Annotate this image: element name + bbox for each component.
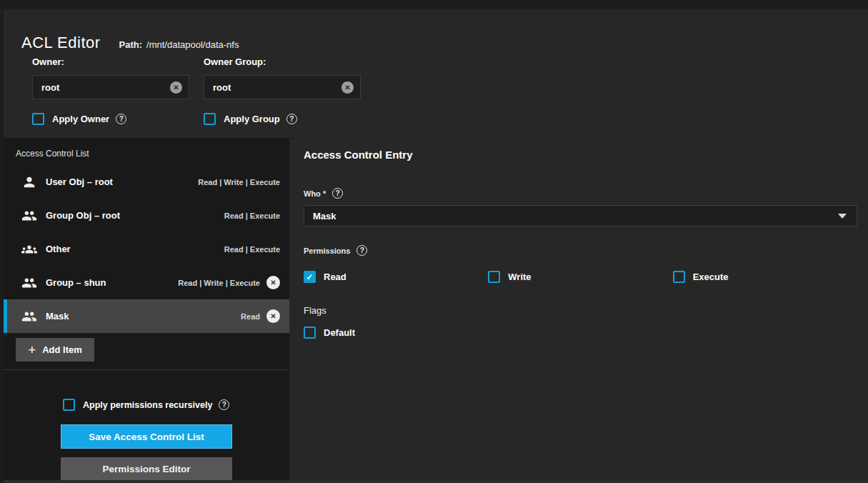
add-item-label: Add Item xyxy=(42,344,82,355)
bottom-strip xyxy=(4,480,868,483)
who-label-row: Who * ? xyxy=(304,188,857,199)
owner-group-input-value: root xyxy=(213,82,341,93)
acl-item-permissions: Read xyxy=(241,312,260,321)
acl-item-permissions: Read | Write | Execute xyxy=(198,178,280,186)
add-item-button[interactable]: + Add Item xyxy=(16,338,94,362)
execute-checkbox[interactable]: ✓ xyxy=(673,271,685,283)
apply-group-checkbox[interactable]: ✓ xyxy=(204,113,216,125)
execute-label: Execute xyxy=(693,272,729,282)
acl-list: User Obj – root Read | Write | Execute G… xyxy=(4,165,289,333)
owner-label: Owner: xyxy=(32,56,189,67)
acl-list-item[interactable]: Other Read | Execute xyxy=(4,232,289,266)
default-flag-label: Default xyxy=(324,327,355,338)
people-icon xyxy=(21,275,37,291)
owner-group-field-col: Owner Group: root ✕ ✓ Apply Group ? xyxy=(204,56,361,125)
acl-item-label: Mask xyxy=(46,311,241,322)
permission-read-col: ✓ Read xyxy=(304,271,488,283)
apply-group-label: Apply Group xyxy=(224,114,280,124)
breadcrumb: Path:/mnt/datapool/data-nfs xyxy=(119,39,239,50)
ace-title: Access Control Entry xyxy=(304,149,857,161)
title-row: ACL Editor Path:/mnt/datapool/data-nfs xyxy=(4,9,868,52)
apply-recursively-checkbox[interactable]: ✓ xyxy=(63,399,75,411)
flags-label: Flags xyxy=(304,305,857,316)
delete-icon[interactable]: ✕ xyxy=(266,309,280,323)
clear-icon[interactable]: ✕ xyxy=(341,81,354,94)
permissions-grid: ✓ Read ✓ Write ✓ Execute xyxy=(304,271,857,283)
owner-input[interactable]: root ✕ xyxy=(32,75,189,99)
acl-item-permissions: Read | Execute xyxy=(224,245,280,254)
check-icon: ✓ xyxy=(306,273,313,282)
owner-group-label: Owner Group: xyxy=(204,56,361,67)
acl-item-label: Group – shun xyxy=(46,277,178,288)
default-flag-checkbox[interactable]: ✓ xyxy=(304,327,316,339)
acl-item-label: Group Obj – root xyxy=(46,210,224,221)
permissions-editor-button[interactable]: Permissions Editor xyxy=(61,457,232,481)
acl-item-permissions: Read | Execute xyxy=(224,211,280,220)
save-acl-button[interactable]: Save Access Control List xyxy=(61,424,232,449)
flags-row: ✓ Default xyxy=(304,327,857,339)
acl-list-item[interactable]: Group Obj – root Read | Execute xyxy=(4,199,289,232)
people-icon xyxy=(21,208,37,224)
delete-icon[interactable]: ✕ xyxy=(266,276,280,289)
header-section: ACL Editor Path:/mnt/datapool/data-nfs O… xyxy=(4,9,868,138)
owner-fields-row: Owner: root ✕ ✓ Apply Owner ? Owner Grou… xyxy=(4,56,868,125)
acl-list-panel: Access Control List User Obj – root Read… xyxy=(4,138,289,480)
plus-icon: + xyxy=(28,343,36,357)
path-value: /mnt/datapool/data-nfs xyxy=(146,39,239,50)
apply-recursively-row: ✓ Apply permissions recursively ? xyxy=(63,399,289,411)
write-label: Write xyxy=(508,272,531,282)
permissions-label-row: Permissions ? xyxy=(304,245,857,256)
who-select[interactable]: Mask xyxy=(304,205,857,226)
acl-editor-card: ACL Editor Path:/mnt/datapool/data-nfs O… xyxy=(4,9,868,483)
ace-panel: Access Control Entry Who * ? Mask Permis… xyxy=(289,138,868,480)
apply-owner-checkbox[interactable]: ✓ xyxy=(32,113,44,125)
acl-item-permissions: Read | Write | Execute xyxy=(178,279,260,287)
who-select-value: Mask xyxy=(313,211,838,221)
clear-icon[interactable]: ✕ xyxy=(170,81,182,94)
read-checkbox[interactable]: ✓ xyxy=(304,271,316,283)
groups-icon xyxy=(21,242,37,257)
help-icon[interactable]: ? xyxy=(116,114,126,124)
permission-execute-col: ✓ Execute xyxy=(673,271,857,283)
help-icon[interactable]: ? xyxy=(219,399,229,410)
acl-list-item[interactable]: User Obj – root Read | Write | Execute xyxy=(4,165,289,199)
path-label: Path: xyxy=(119,39,143,50)
read-label: Read xyxy=(324,272,346,282)
acl-item-label: User Obj – root xyxy=(46,176,198,187)
people-icon xyxy=(21,309,37,324)
person-icon xyxy=(21,174,37,190)
owner-field-col: Owner: root ✕ ✓ Apply Owner ? xyxy=(32,56,189,125)
permission-write-col: ✓ Write xyxy=(488,271,672,283)
help-icon[interactable]: ? xyxy=(356,245,367,256)
help-icon[interactable]: ? xyxy=(332,188,343,199)
help-icon[interactable]: ? xyxy=(286,114,297,124)
write-checkbox[interactable]: ✓ xyxy=(488,271,500,283)
permissions-label: Permissions xyxy=(304,247,350,255)
apply-owner-label: Apply Owner xyxy=(52,114,109,124)
page-title: ACL Editor xyxy=(21,34,101,52)
apply-owner-row: ✓ Apply Owner ? xyxy=(32,113,189,125)
chevron-down-icon xyxy=(838,214,847,219)
owner-input-value: root xyxy=(41,82,170,93)
acl-item-label: Other xyxy=(46,244,224,254)
apply-recursively-label: Apply permissions recursively xyxy=(83,400,212,410)
acl-list-item[interactable]: Group – shun Read | Write | Execute ✕ xyxy=(4,266,289,299)
divider xyxy=(4,369,289,370)
acl-list-item[interactable]: Mask Read ✕ xyxy=(4,299,289,333)
owner-group-input[interactable]: root ✕ xyxy=(204,75,361,99)
apply-group-row: ✓ Apply Group ? xyxy=(204,113,361,125)
acl-list-title: Access Control List xyxy=(4,138,289,165)
acl-editor-page: ACL Editor Path:/mnt/datapool/data-nfs O… xyxy=(0,0,868,483)
who-label: Who * xyxy=(304,189,326,198)
